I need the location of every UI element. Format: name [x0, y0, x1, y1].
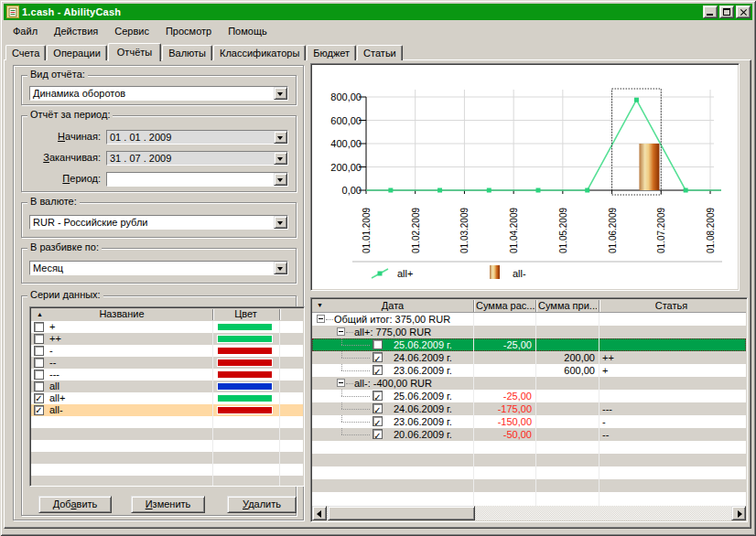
start-date-field[interactable]: 01 . 01 . 2009 [106, 130, 288, 145]
table-group-row[interactable]: all-: -400,00 RUR [312, 377, 746, 390]
table-row[interactable]: ✓24.06.2009 г.200,00++ [312, 351, 746, 364]
series-list[interactable]: ▲НазваниеЦвет+++------all✓all+✓all- [29, 306, 305, 487]
tab-Бюджет[interactable]: Бюджет [307, 45, 356, 60]
series-column-name: Название [31, 308, 212, 319]
series-row[interactable]: ✓all- [31, 404, 303, 416]
unchecked-checkbox[interactable] [34, 346, 44, 356]
series-name: all+ [49, 392, 65, 404]
table-header[interactable]: ▼ДатаСумма рас...Сумма при...Статья [312, 299, 746, 313]
series-row[interactable]: ✓all+ [31, 392, 303, 404]
breakdown-select[interactable]: Месяц [29, 261, 288, 275]
table-row[interactable]: ✓25.06.2009 г.-25,00 [312, 338, 746, 351]
unchecked-checkbox[interactable] [34, 381, 44, 391]
tab-Счета[interactable]: Счета [5, 45, 46, 60]
arrow-right-icon [738, 510, 742, 518]
series-row[interactable]: - [31, 345, 303, 357]
maximize-button[interactable] [719, 5, 734, 18]
checked-checkbox[interactable]: ✓ [373, 429, 383, 439]
dropdown-arrow-icon[interactable] [274, 262, 287, 274]
series-empty-row [31, 476, 303, 487]
series-list-header[interactable]: ▲НазваниеЦвет [31, 308, 303, 321]
maximize-icon [723, 8, 730, 16]
checked-checkbox[interactable]: ✓ [373, 403, 383, 413]
table-row[interactable]: ✓24.06.2009 г.-175,00--- [312, 402, 746, 415]
row-income-amount: 600,00 [537, 364, 595, 377]
checked-checkbox[interactable]: ✓ [34, 405, 44, 415]
table-row[interactable]: ✓25.06.2009 г.-25,00 [312, 390, 746, 402]
series-color-swatch [217, 335, 273, 343]
dropdown-arrow-icon[interactable] [274, 87, 287, 100]
svg-text:01.08.2009: 01.08.2009 [706, 208, 716, 253]
table-row[interactable]: ✓23.06.2009 г.600,00+ [312, 364, 746, 377]
turnover-dynamics-chart[interactable]: 0,00200,00400,00600,00800,0001.01.200901… [311, 64, 737, 288]
series-name: -- [49, 357, 56, 369]
menu-item-Файл[interactable]: Файл [5, 23, 46, 39]
tab-Операции[interactable]: Операции [47, 45, 106, 60]
end-date-value: 31 . 07 . 2009 [107, 152, 274, 165]
checked-checkbox[interactable]: ✓ [34, 393, 44, 403]
period-row-start-date: Начиная:01 . 01 . 2009 [22, 131, 296, 145]
series-row[interactable]: -- [31, 357, 303, 369]
dropdown-arrow-icon[interactable] [274, 216, 287, 229]
menu-item-Помощь[interactable]: Помощь [220, 23, 275, 39]
series-name: + [49, 321, 55, 333]
series-row[interactable]: + [31, 321, 303, 333]
series-row[interactable]: ++ [31, 333, 303, 345]
arrow-left-icon [317, 510, 321, 518]
dropdown-arrow-icon[interactable] [274, 152, 287, 165]
series-row[interactable]: --- [31, 369, 303, 381]
scroll-right-button[interactable] [731, 506, 746, 520]
tab-Классификаторы[interactable]: Классификаторы [213, 45, 306, 60]
collapse-expand-icon[interactable] [337, 327, 345, 336]
checked-checkbox[interactable]: ✓ [373, 339, 383, 349]
unchecked-checkbox[interactable] [34, 370, 44, 380]
table-empty-row [312, 441, 746, 454]
dropdown-arrow-icon[interactable] [274, 131, 287, 144]
checked-checkbox[interactable]: ✓ [373, 352, 383, 362]
close-button[interactable] [736, 5, 751, 18]
edit-series-button[interactable]: Изменить [131, 496, 205, 513]
unchecked-checkbox[interactable] [34, 334, 44, 344]
scrollbar-thumb[interactable] [328, 506, 475, 520]
period-field[interactable] [106, 172, 288, 187]
tab-Отчёты[interactable]: Отчёты [108, 43, 161, 61]
end-date-label: Заканчивая: [24, 152, 101, 163]
series-row[interactable]: all [31, 381, 303, 392]
svg-text:01.01.2009: 01.01.2009 [362, 208, 372, 253]
scroll-left-button[interactable] [312, 506, 327, 520]
report-type-select[interactable]: Динамика оборотов [29, 86, 288, 101]
add-series-button[interactable]: Добавить [38, 496, 112, 513]
report-type-group: Вид отчёта: Динамика оборотов [21, 75, 297, 105]
table-row[interactable]: ✓20.06.2009 г.-50,00-- [312, 428, 746, 441]
start-date-label: Начиная: [24, 131, 101, 142]
collapse-expand-icon[interactable] [317, 315, 325, 323]
delete-series-button[interactable]: Удалить [227, 496, 297, 513]
menu-item-Просмотр[interactable]: Просмотр [157, 23, 220, 39]
horizontal-scrollbar[interactable] [312, 506, 746, 520]
row-category: ++ [602, 351, 614, 364]
menu-item-Сервис[interactable]: Сервис [106, 23, 157, 39]
table-group-row[interactable]: Общий итог: 375,00 RUR [312, 313, 746, 326]
collapse-expand-icon[interactable] [337, 379, 345, 387]
checked-checkbox[interactable]: ✓ [373, 391, 383, 401]
checked-checkbox[interactable]: ✓ [373, 365, 383, 375]
table-row[interactable]: ✓23.06.2009 г.-150,00- [312, 415, 746, 428]
svg-text:01.04.2009: 01.04.2009 [509, 208, 519, 253]
end-date-field[interactable]: 31 . 07 . 2009 [106, 151, 288, 166]
row-date: 23.06.2009 г. [394, 415, 452, 428]
menu-item-Действия[interactable]: Действия [46, 23, 106, 39]
currency-select[interactable]: RUR - Российские рубли [29, 215, 288, 230]
table-group-row[interactable]: all+: 775,00 RUR [312, 326, 746, 338]
checked-checkbox[interactable]: ✓ [373, 416, 383, 426]
minimize-button[interactable] [703, 5, 718, 18]
unchecked-checkbox[interactable] [34, 322, 44, 332]
dropdown-arrow-icon[interactable] [274, 173, 287, 186]
breakdown-value: Месяц [30, 262, 274, 274]
app-window: 1.cash - AbilityCash ФайлДействияСервисП… [0, 0, 756, 536]
unchecked-checkbox[interactable] [34, 358, 44, 368]
tab-Статьи[interactable]: Статьи [357, 45, 403, 60]
group-total-label: all+: 775,00 RUR [354, 326, 431, 338]
tab-Валюты[interactable]: Валюты [162, 45, 212, 60]
row-expense-amount: -150,00 [475, 415, 532, 428]
svg-text:01.05.2009: 01.05.2009 [558, 208, 568, 253]
